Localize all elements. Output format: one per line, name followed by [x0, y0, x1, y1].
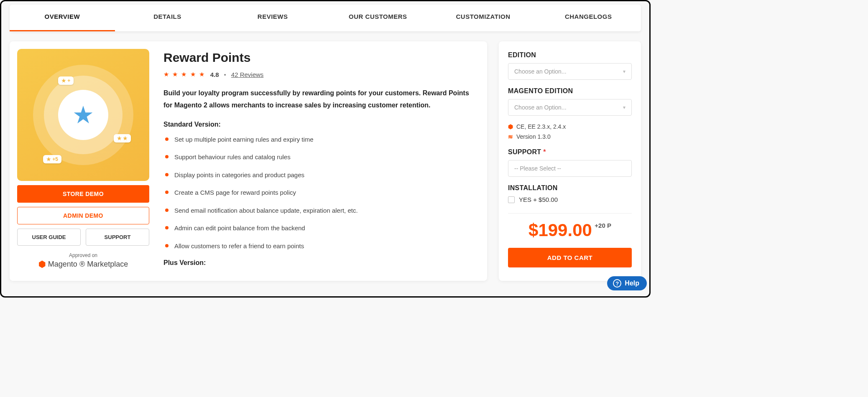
product-lead: Build your loyalty program successfully …	[163, 87, 477, 112]
user-guide-button[interactable]: USER GUIDE	[17, 229, 81, 246]
tab-changelogs[interactable]: CHANGELOGS	[536, 5, 641, 31]
feature-list: Set up multiple point earning rules and …	[163, 135, 477, 251]
feature-item: Support behaviour rules and catalog rule…	[163, 153, 477, 162]
price-row: $199.00 +20 P	[508, 220, 632, 240]
approved-on: Approved on ⬢ Magento ® Marketplace	[17, 252, 149, 269]
star-icon: ★	[72, 101, 94, 129]
marketplace-text: Marketplace	[87, 260, 128, 268]
rating-row: ★ ★ ★ ★ ★ 4.8 • 42 Reviews	[163, 71, 477, 78]
left-column: ★ ★ + ★ ★ ★ +5 STORE DEMO ADMIN DEMO USE…	[17, 49, 149, 273]
magento-edition-select[interactable]: Choose an Option... ▾	[508, 99, 632, 116]
installation-option-text: YES + $50.00	[519, 196, 558, 203]
layers-icon: ≋	[508, 133, 513, 140]
edition-label: EDITION	[508, 51, 632, 59]
support-select[interactable]: -- Please Select --	[508, 160, 632, 177]
magento-icon: ⬢	[508, 123, 513, 130]
feature-item: Admin can edit point balance from the ba…	[163, 224, 477, 233]
bonus-points: +20 P	[595, 222, 611, 229]
image-chip-left: ★ +5	[43, 155, 61, 163]
magento-marketplace-logo: ⬢ Magento ® Marketplace	[17, 259, 149, 269]
tabs-bar: OVERVIEW DETAILS REVIEWS OUR CUSTOMERS C…	[10, 5, 641, 31]
standard-version-heading: Standard Version:	[163, 121, 477, 128]
admin-demo-button[interactable]: ADMIN DEMO	[17, 207, 149, 224]
tab-overview[interactable]: OVERVIEW	[10, 5, 115, 31]
store-demo-button[interactable]: STORE DEMO	[17, 185, 149, 203]
product-image: ★ ★ + ★ ★ ★ +5	[17, 49, 149, 181]
chevron-down-icon: ▾	[623, 104, 625, 110]
dot-separator: •	[224, 71, 226, 78]
help-widget[interactable]: ? Help	[607, 276, 647, 290]
installation-label: INSTALLATION	[508, 184, 632, 192]
marketplace-brand: Magento	[48, 260, 77, 268]
support-label: SUPPORT *	[508, 148, 632, 156]
stars-icon: ★ ★ ★ ★ ★	[163, 71, 205, 78]
tab-our-customers[interactable]: OUR CUSTOMERS	[325, 5, 431, 31]
product-card: ★ ★ + ★ ★ ★ +5 STORE DEMO ADMIN DEMO USE…	[10, 41, 487, 281]
feature-item: Allow customers to refer a friend to ear…	[163, 242, 477, 251]
edition-select[interactable]: Choose an Option... ▾	[508, 63, 632, 80]
approved-label: Approved on	[17, 252, 149, 258]
feature-item: Create a CMS page for reward points poli…	[163, 188, 477, 198]
image-chip-right: ★ ★	[114, 134, 131, 143]
plus-version-heading: Plus Version:	[163, 259, 477, 267]
support-button[interactable]: SUPPORT	[86, 229, 149, 246]
product-title: Reward Points	[163, 51, 477, 65]
chevron-down-icon: ▾	[623, 69, 625, 74]
help-label: Help	[625, 280, 639, 287]
add-to-cart-button[interactable]: ADD TO CART	[508, 248, 632, 267]
reviews-link[interactable]: 42 Reviews	[231, 71, 264, 78]
price: $199.00	[528, 220, 592, 240]
installation-checkbox[interactable]	[508, 196, 515, 203]
help-icon: ?	[613, 279, 621, 288]
compatibility-line: ⬢ CE, EE 2.3.x, 2.4.x	[508, 123, 632, 130]
tab-details[interactable]: DETAILS	[115, 5, 220, 31]
installation-option-row[interactable]: YES + $50.00	[508, 196, 632, 203]
divider	[508, 213, 632, 214]
image-chip-top: ★ +	[58, 76, 74, 85]
tab-reviews[interactable]: REVIEWS	[220, 5, 325, 31]
magento-icon: ⬢	[38, 259, 46, 269]
feature-item: Set up multiple point earning rules and …	[163, 135, 477, 145]
feature-item: Display points in categories and product…	[163, 171, 477, 180]
purchase-sidebar: EDITION Choose an Option... ▾ MAGENTO ED…	[499, 41, 641, 281]
feature-item: Send email notification about balance up…	[163, 206, 477, 216]
version-line: ≋ Version 1.3.0	[508, 133, 632, 140]
tab-customization[interactable]: CUSTOMIZATION	[431, 5, 536, 31]
product-details: Reward Points ★ ★ ★ ★ ★ 4.8 • 42 Reviews…	[163, 49, 477, 273]
magento-edition-label: MAGENTO EDITION	[508, 87, 632, 95]
rating-value: 4.8	[210, 71, 219, 78]
